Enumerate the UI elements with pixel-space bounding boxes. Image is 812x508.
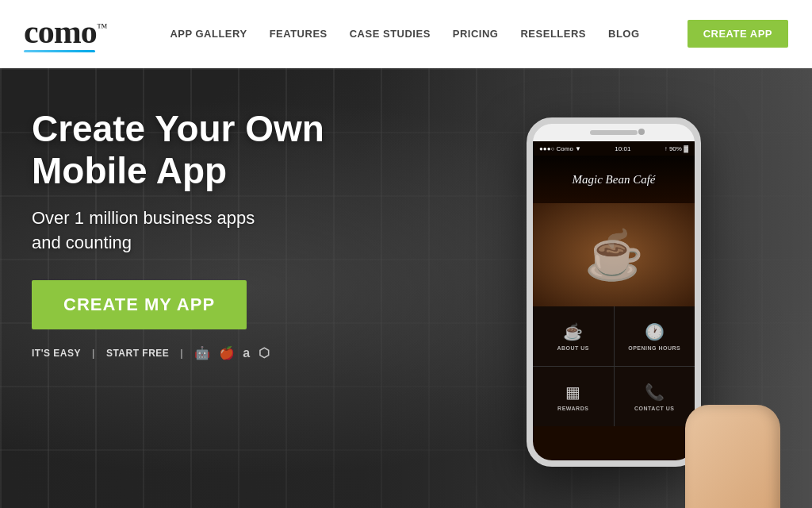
hero-title: Create Your OwnMobile App [32, 108, 324, 192]
hours-icon: 🕐 [645, 322, 665, 341]
phone-screen: ●●●○ Como ▼ 10:01 ↑ 90% ▓ Magic Bean Caf… [533, 141, 695, 460]
nav-link-features[interactable]: FEATURES [270, 28, 327, 40]
hero-sub-text: IT'S EASY | START FREE | 🤖 🍎 a ⬡ [32, 345, 324, 360]
hero-content: Create Your OwnMobile App Over 1 million… [32, 108, 324, 360]
apple-icon: 🍎 [219, 345, 236, 360]
html5-icon: ⬡ [259, 345, 270, 360]
nav-link-case-studies[interactable]: CASE STUDIES [350, 28, 431, 40]
hero-subtitle: Over 1 million business appsand counting [32, 206, 324, 256]
nav-link-app-gallery[interactable]: APP GALLERY [170, 28, 247, 40]
nav-link-resellers[interactable]: RESELLERS [520, 28, 586, 40]
hours-label: OPENING HOURS [628, 345, 680, 351]
phone-menu-item-hours[interactable]: 🕐 OPENING HOURS [615, 306, 695, 366]
phone-container: ●●●○ Como ▼ 10:01 ↑ 90% ▓ Magic Bean Caf… [463, 68, 764, 508]
contact-icon: 📞 [645, 383, 665, 402]
hand-area [677, 389, 788, 508]
cta-button[interactable]: CREATE MY APP [32, 280, 247, 329]
separator-1: | [92, 348, 95, 359]
header: como™ APP GALLERYFEATURESCASE STUDIESPRI… [0, 0, 812, 68]
phone-app-header: Magic Bean Café [533, 156, 695, 203]
about-icon: ☕ [563, 322, 583, 341]
status-right: ↑ 90% ▓ [665, 145, 688, 152]
phone-hero-image [533, 203, 695, 306]
nav-link-blog[interactable]: BLOG [608, 28, 640, 40]
status-time: 10:01 [615, 145, 630, 152]
hero-section: Create Your OwnMobile App Over 1 million… [0, 68, 812, 508]
contact-label: CONTACT US [634, 406, 674, 411]
phone-status-bar: ●●●○ Como ▼ 10:01 ↑ 90% ▓ [533, 141, 695, 156]
phone-app-title: Magic Bean Café [573, 173, 656, 187]
phone-menu-grid: ☕ ABOUT US 🕐 OPENING HOURS ▦ REWARDS 📞 C… [533, 306, 695, 426]
nav-link-pricing[interactable]: PRICING [453, 28, 499, 40]
rewards-icon: ▦ [565, 383, 580, 402]
logo[interactable]: como™ [24, 15, 106, 48]
logo-underline [24, 50, 95, 52]
free-label: START FREE [106, 348, 169, 359]
hand-shape [685, 405, 780, 508]
phone-menu-item-rewards[interactable]: ▦ REWARDS [533, 367, 614, 426]
phone-menu-item-about[interactable]: ☕ ABOUT US [533, 306, 614, 366]
create-app-button[interactable]: CREATE APP [688, 20, 788, 48]
about-label: ABOUT US [557, 345, 589, 351]
separator-2: | [180, 348, 183, 359]
logo-area[interactable]: como™ [24, 15, 106, 52]
easy-label: IT'S EASY [32, 348, 81, 359]
logo-tm: ™ [97, 21, 107, 33]
phone-mockup: ●●●○ Como ▼ 10:01 ↑ 90% ▓ Magic Bean Caf… [527, 117, 701, 467]
status-left: ●●●○ Como ▼ [539, 145, 581, 152]
rewards-label: REWARDS [557, 406, 588, 411]
amazon-icon: a [243, 346, 250, 360]
android-icon: 🤖 [194, 345, 211, 360]
logo-wordmark: como [24, 13, 97, 50]
main-nav: APP GALLERYFEATURESCASE STUDIESPRICINGRE… [170, 28, 687, 40]
